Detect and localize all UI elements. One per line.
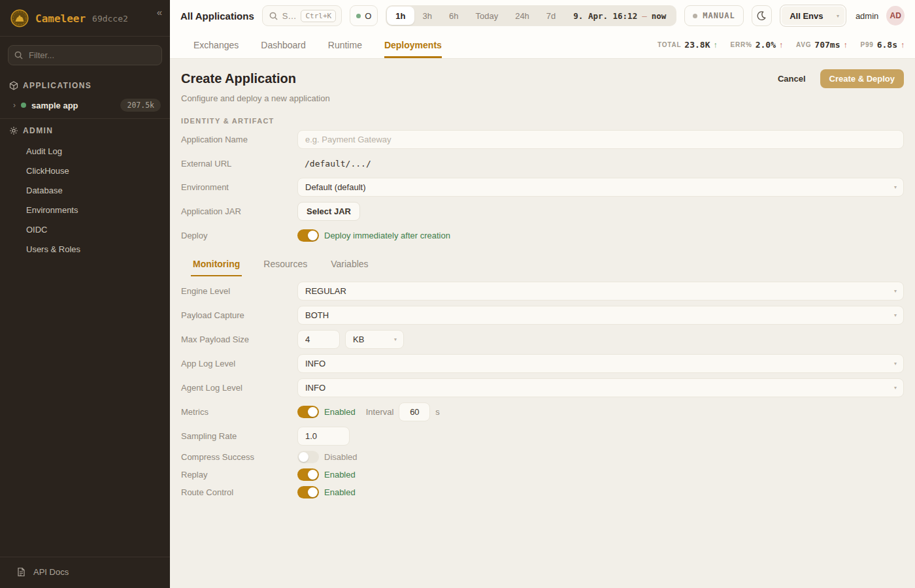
date-range-display[interactable]: 9. Apr. 16:12 – now [564,11,675,21]
tab-exchanges[interactable]: Exchanges [193,31,239,58]
tab-dashboard[interactable]: Dashboard [261,31,306,58]
environment-row: Environment Default (default) ▾ [181,178,904,197]
sidebar-footer: API Docs [0,557,170,588]
manual-label: MANUAL [703,11,735,20]
api-docs-link[interactable]: API Docs [33,567,69,577]
manual-status-dot [693,14,697,18]
filter-input[interactable] [8,45,162,65]
replay-label: Replay [181,470,297,480]
application-jar-row: Application JAR Select JAR [181,202,904,221]
gear-icon [9,126,18,135]
app-root: Cameleer 69dcce2 « APPLICATIONS › sample… [0,0,915,588]
page-actions: Cancel Create & Deploy [773,69,904,88]
page-subtitle: Configure and deploy a new application [181,93,904,103]
deploy-label: Deploy [181,231,297,240]
interval-label: Interval [366,407,394,417]
online-status-dot [356,14,361,18]
sidebar-item-users-roles[interactable]: Users & Roles [26,239,170,259]
chevron-down-icon: ▾ [894,361,897,367]
time-range-3h[interactable]: 3h [414,7,441,25]
engine-level-select[interactable]: REGULAR ▾ [297,282,904,301]
deploy-toggle-text: Deploy immediately after creation [324,231,450,240]
create-deploy-button[interactable]: Create & Deploy [820,69,904,88]
metrics-row: Metrics Enabled Interval s [181,402,904,421]
route-control-label: Route Control [181,487,297,497]
compress-success-toggle[interactable] [297,451,319,463]
agent-log-level-label: Agent Log Level [181,383,297,393]
trend-up-icon: ↑ [901,41,905,50]
trend-up-icon: ↑ [843,41,847,50]
app-logo-text: Cameleer [35,12,86,25]
tab-deployments[interactable]: Deployments [384,31,442,58]
sidebar-filter [8,45,162,65]
max-payload-size-row: Max Payload Size KB ▾ [181,330,904,349]
dark-mode-toggle[interactable] [752,5,773,26]
max-payload-size-input[interactable] [297,330,340,349]
payload-capture-select[interactable]: BOTH ▾ [297,306,904,325]
traffic-stats: TOTAL 23.8K ↑ ERR% 2.0% ↑ AVG 707ms ↑ P9… [657,31,905,58]
max-payload-size-label: Max Payload Size [181,335,297,344]
subtab-variables[interactable]: Variables [329,259,370,276]
application-name-input[interactable] [297,130,904,149]
chevron-right-icon[interactable]: › [13,101,16,110]
route-control-toggle[interactable] [297,486,319,498]
route-control-state-text: Enabled [324,487,356,497]
external-url-row: External URL /default/.../ [181,154,904,172]
online-status-pill[interactable]: O [350,5,378,26]
sidebar-item-oidc[interactable]: OIDC [26,220,170,239]
app-log-level-select[interactable]: INFO ▾ [297,354,904,373]
time-range-24h[interactable]: 24h [507,7,538,25]
external-url-label: External URL [181,159,297,169]
replay-toggle[interactable] [297,468,319,481]
metrics-state-text: Enabled [324,407,356,417]
avatar[interactable]: AD [886,6,905,25]
user-name-label: admin [856,11,878,21]
stat-total: TOTAL 23.8K ↑ [657,40,718,50]
select-jar-button[interactable]: Select JAR [297,202,360,221]
subtab-resources[interactable]: Resources [261,259,309,276]
environment-filter-select[interactable]: All Envs ▾ [780,5,846,27]
sidebar: Cameleer 69dcce2 « APPLICATIONS › sample… [0,0,170,588]
time-range-7d[interactable]: 7d [538,7,564,25]
main-area: All Applications S… Ctrl+K O 1h 3h 6h To… [170,0,915,588]
moon-icon [756,10,767,21]
deploy-toggle[interactable] [297,229,319,242]
manual-refresh-button[interactable]: MANUAL [684,5,743,26]
topbar: All Applications S… Ctrl+K O 1h 3h 6h To… [170,0,915,31]
environment-select[interactable]: Default (default) ▾ [297,178,904,197]
date-from: 9. Apr. 16:12 [573,11,637,21]
tabbar: Exchanges Dashboard Runtime Deployments … [170,31,915,59]
sidebar-collapse-icon[interactable]: « [157,7,162,18]
chevron-down-icon: ▾ [394,336,397,342]
time-range-6h[interactable]: 6h [441,7,467,25]
sampling-rate-input[interactable] [297,427,350,446]
sidebar-item-audit-log[interactable]: Audit Log [26,141,170,161]
sidebar-item-environments[interactable]: Environments [26,200,170,220]
metrics-interval-input[interactable] [399,402,430,421]
cancel-button[interactable]: Cancel [773,70,811,88]
sidebar-item-database[interactable]: Database [26,180,170,200]
sidebar-item-sample-app[interactable]: › sample app 207.5k [0,95,170,118]
payload-size-unit-select[interactable]: KB ▾ [345,330,404,349]
payload-capture-label: Payload Capture [181,310,297,320]
sidebar-item-clickhouse[interactable]: ClickHouse [26,161,170,180]
replay-state-text: Enabled [324,470,356,480]
tab-runtime[interactable]: Runtime [328,31,362,58]
route-control-row: Route Control Enabled [181,485,904,498]
metrics-toggle[interactable] [297,406,319,418]
app-count-badge: 207.5k [120,99,161,112]
stat-avg: AVG 707ms ↑ [796,40,847,50]
global-search[interactable]: S… Ctrl+K [262,5,342,26]
app-log-level-label: App Log Level [181,359,297,368]
cameleer-logo-icon [10,9,29,27]
env-selected-label: All Envs [790,11,823,21]
time-range-today[interactable]: Today [467,7,507,25]
time-range-1h[interactable]: 1h [387,7,414,25]
subtab-monitoring[interactable]: Monitoring [191,259,242,276]
agent-log-level-select[interactable]: INFO ▾ [297,378,904,397]
package-icon [9,81,18,90]
admin-nav-list: Audit Log ClickHouse Database Environmen… [0,140,170,264]
chevron-down-icon: ▾ [894,184,897,190]
app-version-text: 69dcce2 [92,14,128,24]
app-log-level-row: App Log Level INFO ▾ [181,354,904,373]
